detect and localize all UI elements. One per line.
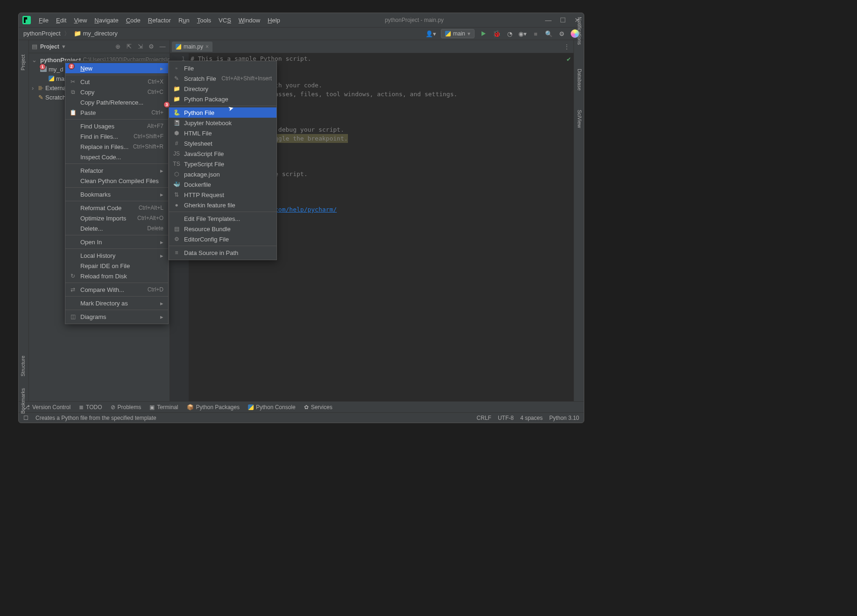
tool-vcs[interactable]: ⎇Version Control [23,404,71,411]
ctx-repair-ide-on-file[interactable]: Repair IDE on File [65,261,168,271]
menu-vcs[interactable]: VCS [215,15,234,25]
ctx-clean-python-compiled-files[interactable]: Clean Python Compiled Files [65,176,168,186]
ctx-replace-in-files-[interactable]: Replace in Files...Ctrl+Shift+R [65,142,168,152]
new-http-request[interactable]: ⇅HTTP Request [169,190,276,200]
ctx-paste[interactable]: 📋PasteCtrl+ [65,107,168,118]
ctx-mark-directory-as[interactable]: Mark Directory as▸ [65,298,168,308]
status-interpreter[interactable]: Python 3.10 [549,415,579,421]
new-dockerfile[interactable]: 🐳Dockerfile [169,179,276,190]
minimize-icon[interactable]: — [545,16,552,24]
new-python-package[interactable]: 📁Python Package [169,94,276,104]
context-menu: New▸✂CutCtrl+X⧉CopyCtrl+CCopy Path/Refer… [65,61,169,324]
ctx-delete-[interactable]: Delete...Delete [65,223,168,234]
tool-python-packages[interactable]: 📦Python Packages [187,404,240,411]
editor-tabs: main.py × ⋮ [170,40,574,53]
new-gherkin-feature-file[interactable]: ●Gherkin feature file [169,200,276,210]
menu-edit[interactable]: Edit [53,15,70,25]
tool-python-console[interactable]: Python Console [248,404,296,411]
ctx-new[interactable]: New▸ [65,63,168,73]
tool-bookmarks[interactable]: Bookmarks [20,388,26,414]
status-indent[interactable]: 4 spaces [520,415,543,421]
new-javascript-file[interactable]: JSJavaScript File [169,149,276,159]
ctx-reload-from-disk[interactable]: ↻Reload from Disk [65,271,168,281]
panel-settings-icon[interactable]: ⚙ [147,43,156,50]
new-editorconfig-file[interactable]: ⚙EditorConfig File [169,234,276,244]
tab-label: main.py [184,43,203,50]
collapse-icon[interactable]: ⇲ [136,43,144,50]
menu-view[interactable]: View [71,15,90,25]
new-data-source-in-path[interactable]: ≡Data Source in Path [169,248,276,258]
status-encoding[interactable]: UTF-8 [498,415,514,421]
ctx-optimize-imports[interactable]: Optimize ImportsCtrl+Alt+O [65,213,168,223]
maximize-icon[interactable]: ☐ [560,16,566,24]
new-typescript-file[interactable]: TSTypeScript File [169,159,276,169]
search-icon[interactable]: 🔍 [545,29,553,38]
run-button[interactable] [479,29,488,38]
new-scratch-file[interactable]: ✎Scratch FileCtrl+Alt+Shift+Insert [169,73,276,84]
ctx-inspect-code-[interactable]: Inspect Code... [65,152,168,162]
ctx-copy-path-reference-[interactable]: Copy Path/Reference... [65,97,168,107]
menu-navigate[interactable]: Navigate [91,15,121,25]
tree-dir[interactable]: my_d [49,66,64,73]
ctx-reformat-code[interactable]: Reformat CodeCtrl+Alt+L [65,203,168,213]
profile-button[interactable]: ◉▾ [518,29,527,38]
debug-button[interactable]: 🐞 [492,29,501,38]
status-bar: ☐ Creates a Python file from the specifi… [19,412,584,423]
new-stylesheet[interactable]: #Stylesheet [169,138,276,149]
tool-services[interactable]: ✿Services [304,404,333,411]
new-directory[interactable]: 📁Directory [169,84,276,94]
stop-button[interactable]: ■ [531,29,540,38]
status-line-sep[interactable]: CRLF [477,415,491,421]
ctx-find-usages[interactable]: Find UsagesAlt+F7 [65,121,168,131]
tool-structure[interactable]: Structure [20,355,26,376]
ctx-refactor[interactable]: Refactor▸ [65,165,168,176]
tool-notifications[interactable]: Notifications [577,17,582,45]
ctx-local-history[interactable]: Local History▸ [65,250,168,261]
coverage-button[interactable]: ◔ [505,29,514,38]
tab-main-py[interactable]: main.py × [172,42,212,52]
new-html-file[interactable]: ⬢HTML File [169,128,276,138]
menu-refactor[interactable]: Refactor [145,15,174,25]
tool-database[interactable]: Database [577,69,582,91]
tool-project[interactable]: Project [20,55,26,71]
hide-panel-icon[interactable]: — [158,43,167,50]
menu-run[interactable]: Run [175,15,193,25]
titlebar: File Edit View Navigate Code Refactor Ru… [19,13,584,27]
ctx-open-in[interactable]: Open In▸ [65,237,168,247]
menu-window[interactable]: Window [235,15,263,25]
menu-code[interactable]: Code [123,15,144,25]
menu-tools[interactable]: Tools [194,15,214,25]
breadcrumb-dir[interactable]: my_directory [83,30,117,37]
new-jupyter-notebook[interactable]: 📓Jupyter Notebook [169,118,276,128]
menu-help[interactable]: Help [264,15,283,25]
editor-more-icon[interactable]: ⋮ [564,43,570,50]
new-python-file[interactable]: 🐍Python File [169,107,276,118]
expand-icon[interactable]: ⇱ [125,43,133,50]
new-resource-bundle[interactable]: ▤Resource Bundle [169,224,276,234]
inspection-ok-icon[interactable]: ✔ [567,55,571,63]
ctx-copy[interactable]: ⧉CopyCtrl+C [65,87,168,97]
project-panel-title: Project [40,43,59,50]
ctx-find-in-files-[interactable]: Find in Files...Ctrl+Shift+F [65,131,168,142]
tool-todo[interactable]: ≣TODO [79,404,102,411]
breadcrumb-root[interactable]: pythonProject [23,30,61,37]
breadcrumb[interactable]: pythonProject 〉 📁 my_directory [23,29,118,38]
ctx-bookmarks[interactable]: Bookmarks▸ [65,189,168,199]
tab-close-icon[interactable]: × [205,43,209,50]
ctx-compare-with-[interactable]: ⇄Compare With...Ctrl+D [65,284,168,295]
new-edit-file-templates-[interactable]: Edit File Templates... [169,213,276,224]
tool-sciview[interactable]: SciView [577,110,582,128]
new-package-json[interactable]: ⬡package.json [169,169,276,179]
ctx-cut[interactable]: ✂CutCtrl+X [65,77,168,87]
settings-icon[interactable]: ⚙ [558,29,566,38]
tool-terminal[interactable]: ▣Terminal [149,404,178,411]
new-file[interactable]: ▫File [169,63,276,73]
user-icon[interactable]: 👤▾ [425,30,436,37]
locate-icon[interactable]: ⊕ [113,43,122,50]
run-config-selector[interactable]: main ▾ [441,29,475,38]
ctx-diagrams[interactable]: ◫Diagrams▸ [65,312,168,322]
menu-file[interactable]: File [35,15,52,25]
tool-problems[interactable]: ⊘Problems [111,404,142,411]
left-tool-stripe: Project Structure Bookmarks [19,40,29,401]
tree-ext-libs[interactable]: External [45,85,68,92]
